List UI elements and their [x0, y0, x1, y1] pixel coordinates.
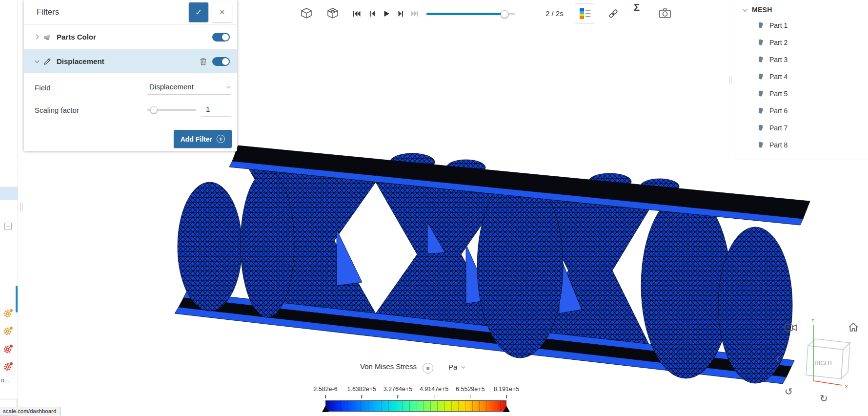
- record-view-button[interactable]: [785, 323, 797, 332]
- next-frame-button[interactable]: [396, 9, 405, 18]
- error-gear-icon[interactable]: [3, 345, 16, 355]
- timeline-fill: [426, 13, 505, 15]
- previous-frame-button[interactable]: [368, 9, 377, 18]
- part-label: Part 4: [769, 73, 787, 81]
- part-icon: [758, 39, 764, 45]
- part-label: Part 1: [769, 21, 787, 29]
- filters-footer: Add Filter +: [24, 124, 237, 156]
- overflow-text: o...: [1, 377, 9, 384]
- error-gear-icon[interactable]: [3, 362, 16, 373]
- close-icon: ×: [219, 7, 224, 17]
- collapse-button[interactable]: –: [4, 223, 12, 230]
- rotate-cw-button[interactable]: ↻: [820, 394, 828, 403]
- close-panel-button[interactable]: ×: [212, 2, 232, 22]
- tree-item-part-7[interactable]: Part 7: [734, 119, 868, 136]
- panel-resize-handle[interactable]: [20, 203, 22, 211]
- collapse-navcube-button[interactable]: ‹: [776, 353, 780, 364]
- filters-panel: Filters ✓ × Parts Color Displacement: [24, 0, 237, 151]
- tick-label: 4.9147e+5: [420, 386, 448, 393]
- warning-badge: [9, 309, 13, 312]
- timeline-thumb[interactable]: [501, 10, 508, 18]
- timeline-slider[interactable]: [426, 13, 515, 15]
- screenshot-button[interactable]: [659, 8, 671, 18]
- filter-row-label: Parts Color: [57, 33, 96, 41]
- part-label: Part 7: [769, 124, 787, 132]
- part-icon: [758, 73, 764, 80]
- filter-row-label: Displacement: [57, 57, 104, 65]
- part-label: Part 5: [769, 90, 787, 98]
- chevron-down-icon[interactable]: [35, 58, 40, 63]
- tree-item-part-8[interactable]: Part 8: [734, 136, 868, 153]
- scene-view-button[interactable]: [300, 7, 313, 19]
- skip-to-end-button[interactable]: [410, 9, 419, 18]
- time-display: 2 / 2s: [545, 9, 564, 18]
- tick-label: 8.191e+5: [494, 386, 519, 393]
- scaling-slider[interactable]: [147, 109, 196, 111]
- field-select[interactable]: Displacement: [147, 80, 231, 95]
- unit-select[interactable]: Pa: [448, 363, 464, 371]
- tree-item-part-4[interactable]: Part 4: [734, 68, 868, 85]
- filters-header: Filters ✓ ×: [24, 0, 237, 24]
- legend-min-marker[interactable]: [322, 406, 329, 412]
- legend-toggle-button[interactable]: [575, 3, 595, 24]
- mesh-view-button[interactable]: [326, 7, 339, 19]
- rotate-ccw-icon: ↺: [785, 386, 793, 397]
- part-label: Part 3: [769, 56, 787, 63]
- menu-icon: ≡: [426, 365, 429, 371]
- tree-item-part-5[interactable]: Part 5: [734, 85, 868, 102]
- displacement-toggle[interactable]: [212, 57, 230, 66]
- panel-resize-handle[interactable]: [729, 76, 731, 84]
- part-icon: [758, 90, 764, 97]
- share-link-button[interactable]: [608, 8, 619, 19]
- rotate-cw-icon: ↻: [820, 393, 828, 404]
- filter-settings: Field Displacement Scaling factor 1: [24, 73, 237, 124]
- link-icon: [608, 8, 619, 19]
- tree-item-part-6[interactable]: Part 6: [734, 102, 868, 119]
- filter-row-parts-color[interactable]: Parts Color: [24, 24, 237, 49]
- error-badge: [9, 362, 13, 366]
- skip-to-start-button[interactable]: [352, 9, 361, 18]
- warning-gear-icon[interactable]: [3, 327, 16, 337]
- play-button[interactable]: [382, 9, 391, 18]
- trash-icon[interactable]: [200, 58, 207, 65]
- apply-filters-button[interactable]: ✓: [189, 2, 208, 22]
- legend-colorbar-icon: [580, 8, 584, 19]
- part-icon: [758, 22, 764, 28]
- legend-menu-button[interactable]: ≡: [423, 363, 433, 374]
- part-icon: [758, 125, 764, 131]
- chevron-down-icon[interactable]: [743, 7, 747, 12]
- tree-item-part-3[interactable]: Part 3: [734, 51, 868, 68]
- sidebar-scrollbar[interactable]: [16, 286, 18, 312]
- tick-mark: [398, 395, 399, 398]
- legend-max-marker[interactable]: [503, 406, 510, 412]
- part-label: Part 2: [769, 39, 787, 46]
- tick-mark: [434, 395, 435, 398]
- tree-item-part-1[interactable]: Part 1: [734, 17, 868, 34]
- tick-mark: [325, 395, 326, 398]
- add-filter-button[interactable]: Add Filter +: [174, 130, 232, 148]
- tick-label: 6.5529e+5: [456, 386, 484, 393]
- slider-thumb[interactable]: [150, 106, 158, 114]
- tick-label: 2.582e-6: [313, 386, 337, 393]
- chevron-down-icon: [226, 84, 230, 88]
- rotate-ccw-button[interactable]: ↺: [785, 387, 793, 396]
- chevron-right-icon[interactable]: [34, 35, 39, 40]
- warning-gear-icon[interactable]: [3, 309, 16, 320]
- link-status-tooltip: scale.com/dashboard: [0, 407, 61, 416]
- legend-color-scale: 2.582e-6 1.6382e+5 3.2764e+5 4.9147e+5 6…: [325, 386, 506, 416]
- sidebar-selected-item[interactable]: [0, 187, 18, 200]
- status-url: scale.com/dashboard: [3, 408, 56, 414]
- field-label: Field: [35, 83, 51, 92]
- scaling-value-input[interactable]: 1: [201, 103, 231, 117]
- parts-color-toggle[interactable]: [212, 33, 230, 42]
- legend-lines-icon: [585, 10, 590, 17]
- plus-icon: +: [217, 135, 225, 143]
- x-axis-label: x: [845, 383, 848, 389]
- tree-item-part-2[interactable]: Part 2: [734, 34, 868, 51]
- panel-title: Filters: [37, 7, 185, 17]
- mesh-tree-header[interactable]: MESH: [734, 0, 868, 17]
- part-icon: [758, 56, 764, 62]
- play-icon: [382, 9, 391, 18]
- colorbar: [325, 400, 506, 412]
- filter-row-displacement[interactable]: Displacement: [24, 49, 237, 73]
